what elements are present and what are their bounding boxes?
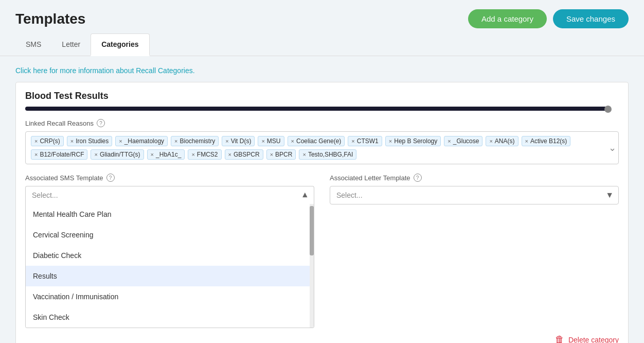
tag-crps: × CRP(s) (31, 136, 64, 146)
dropdown-item-results[interactable]: Results (26, 266, 314, 286)
tag-activeb12-remove[interactable]: × (525, 138, 528, 144)
tag-glucose: × _Glucose (444, 136, 482, 146)
page-title: Templates (15, 11, 85, 27)
sms-select-wrapper: Select... ▼ (25, 186, 314, 204)
tag-ctsw1: × CTSW1 (348, 136, 382, 146)
tag-haematology: × _Haematology (115, 136, 168, 146)
tag-hepb-remove[interactable]: × (389, 138, 392, 144)
tag-hba1c: × _HbA1c_ (147, 149, 185, 160)
tag-vitd-remove[interactable]: × (225, 138, 228, 144)
delete-category-button[interactable]: Delete category (568, 336, 619, 344)
sms-select-input[interactable]: Select... (25, 186, 314, 204)
tag-bpcr: × BPCR (266, 149, 296, 160)
tab-categories[interactable]: Categories (91, 33, 149, 56)
letter-select-wrapper: Select... ▼ (330, 186, 619, 204)
main-content: Click here for more information about Re… (0, 56, 644, 343)
tag-haem-remove[interactable]: × (119, 138, 122, 144)
tag-biochemistry: × Biochemistry (171, 136, 219, 146)
tag-vitd: × Vit D(s) (222, 136, 255, 146)
tags-container: × CRP(s) × Iron Studies × _Haematology ×… (25, 131, 619, 164)
letter-help-icon[interactable]: ? (414, 174, 422, 182)
sms-help-icon[interactable]: ? (106, 174, 115, 182)
delete-icon[interactable]: 🗑 (555, 334, 564, 343)
tag-testo-remove[interactable]: × (302, 151, 306, 158)
info-link[interactable]: Click here for more information about Re… (15, 66, 629, 75)
sms-template-col: Associated SMS Template ? Select... ▼ Me… (25, 174, 314, 328)
category-card: Blood Test Results Linked Recall Reasons… (15, 82, 629, 343)
tag-iron-studies: × Iron Studies (67, 136, 112, 146)
tag-bio-remove[interactable]: × (174, 138, 177, 144)
tag-coeliac: × Coeliac Gene(e) (288, 136, 345, 146)
dropdown-item-vaccination[interactable]: Vaccination / Immunisation (26, 286, 314, 307)
tag-hep-b: × Hep B Serology (385, 136, 441, 146)
sms-dropdown-list: Mental Health Care Plan Cervical Screeni… (25, 204, 314, 328)
tabs-bar: SMS Letter Categories (0, 33, 644, 56)
tag-hba1c-remove[interactable]: × (151, 151, 154, 158)
delete-row: 🗑 Delete category (25, 334, 619, 343)
dropdown-item-mental-health[interactable]: Mental Health Care Plan (26, 204, 314, 225)
tag-bpcr-remove[interactable]: × (270, 151, 273, 158)
tab-letter[interactable]: Letter (51, 33, 91, 56)
category-name: Blood Test Results (25, 91, 619, 101)
tab-sms[interactable]: SMS (15, 33, 51, 56)
tag-msu: × MSU (258, 136, 284, 146)
template-row: Associated SMS Template ? Select... ▼ Me… (25, 174, 619, 328)
letter-label: Associated Letter Template ? (330, 174, 619, 182)
tag-ana-remove[interactable]: × (489, 138, 492, 144)
tag-glucose-remove[interactable]: × (448, 138, 451, 144)
letter-select-input[interactable]: Select... (330, 186, 619, 204)
sms-label: Associated SMS Template ? (25, 174, 314, 182)
tag-b12folate: × B12/Folate/RCF (31, 149, 87, 160)
tag-testo: × Testo,SHBG,FAI (299, 149, 356, 160)
dropdown-item-diabetic[interactable]: Diabetic Check (26, 245, 314, 266)
tag-crps-remove[interactable]: × (34, 138, 38, 144)
save-changes-button[interactable]: Save changes (553, 9, 629, 28)
sms-dropdown: Mental Health Care Plan Cervical Screeni… (25, 204, 314, 328)
header-actions: Add a category Save changes (468, 9, 629, 28)
tag-coeliac-remove[interactable]: × (291, 138, 294, 144)
tags-scroll-btn[interactable]: ⌄ (609, 142, 616, 153)
linked-recall-help-icon[interactable]: ? (97, 119, 105, 127)
dropdown-item-cervical[interactable]: Cervical Screening (26, 225, 314, 245)
linked-recall-label: Linked Recall Reasons ? (25, 119, 619, 127)
tag-b12-remove[interactable]: × (34, 151, 38, 158)
tag-iron-remove[interactable]: × (70, 138, 74, 144)
tag-ctsw1-remove[interactable]: × (351, 138, 354, 144)
dropdown-scrollthumb[interactable] (310, 206, 314, 255)
tag-gbspcr: × GBSPCR (225, 149, 263, 160)
add-category-button[interactable]: Add a category (468, 9, 547, 28)
tag-gliadin: × Gliadin/TTG(s) (91, 149, 144, 160)
color-bar-handle[interactable] (604, 106, 612, 113)
tag-msu-remove[interactable]: × (261, 138, 264, 144)
letter-template-col: Associated Letter Template ? Select... ▼ (330, 174, 619, 204)
dropdown-item-skin[interactable]: Skin Check (26, 307, 314, 328)
tag-ana: × ANA(s) (486, 136, 518, 146)
color-bar (25, 107, 609, 111)
dropdown-scrolltrack (310, 204, 314, 328)
tag-gliadin-remove[interactable]: × (94, 151, 97, 158)
tag-fmcs2: × FMCS2 (188, 149, 221, 160)
tag-activeb12: × Active B12(s) (522, 136, 571, 146)
tag-fmcs2-remove[interactable]: × (191, 151, 194, 158)
tag-gbspcr-remove[interactable]: × (228, 151, 231, 158)
